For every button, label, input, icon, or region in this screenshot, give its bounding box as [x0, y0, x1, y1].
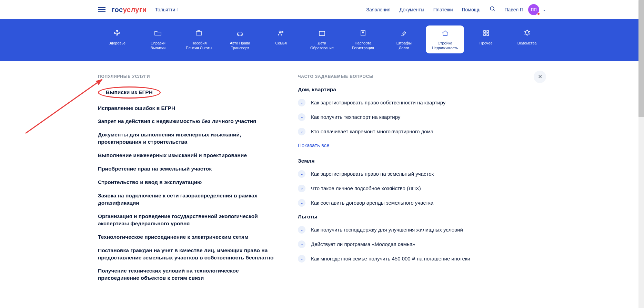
nav-label: Образование — [310, 45, 334, 50]
faq-question: Кто оплачивает капремонт многоквартирног… — [311, 129, 433, 134]
nav-category-gavel[interactable]: ШтрафыДолги — [385, 25, 423, 53]
faq-item[interactable]: ⌄Как получить господдержку для улучшения… — [298, 226, 484, 234]
nav-category-family[interactable]: Семья — [262, 25, 300, 53]
family-icon — [277, 29, 285, 37]
city-label[interactable]: Тольятти г — [155, 7, 179, 12]
nav-link-help[interactable]: Помощь — [462, 7, 480, 12]
chevron-down-icon: ⌄ — [543, 7, 546, 12]
chevron-down-icon: ⌄ — [298, 255, 305, 263]
nav-label: Штрафы — [396, 41, 412, 45]
chevron-down-icon: ⌄ — [298, 199, 305, 207]
logo[interactable]: госуслуги — [112, 6, 147, 14]
wallet-icon — [195, 29, 203, 37]
header: госуслуги Тольятти г Заявления Документы… — [98, 0, 546, 19]
nav-label: Справки — [151, 41, 165, 45]
service-link[interactable]: Получение технических условий на техноло… — [98, 267, 277, 282]
nav-label: Паспорта — [355, 41, 372, 45]
scrollbar[interactable] — [638, 0, 644, 308]
faq-question: Как многодетной семье получить 450 000 ₽… — [311, 256, 470, 262]
service-link[interactable]: Выполнение инженерных изысканий и проект… — [98, 152, 277, 159]
nav-label: Авто Права — [230, 41, 250, 45]
user-menu[interactable]: Павел П. ПП ⌄ — [505, 4, 546, 15]
user-name: Павел П. — [505, 7, 525, 12]
nav-label: Пенсия Льготы — [186, 45, 212, 50]
nav-label: Семья — [275, 41, 286, 45]
folder-icon — [154, 29, 162, 37]
service-link[interactable]: Приобретение прав на земельный участок — [98, 165, 277, 173]
passport-icon — [359, 29, 367, 37]
service-link[interactable]: Выписки из ЕГРН — [98, 86, 277, 99]
service-link[interactable]: Постановка граждан на учет в качестве ли… — [98, 247, 277, 261]
nav-label: Выписки — [150, 45, 165, 50]
nav-category-education[interactable]: ДетиОбразование — [303, 25, 341, 53]
svg-rect-9 — [487, 31, 489, 32]
nav-link-documents[interactable]: Документы — [400, 7, 424, 12]
faq-column: ЧАСТО ЗАДАВАЕМЫЕ ВОПРОСЫ Дом, квартира⌄К… — [298, 74, 484, 288]
svg-point-7 — [362, 32, 364, 33]
faq-item[interactable]: ⌄Как зарегистрировать право на земельный… — [298, 170, 484, 178]
faq-item[interactable]: ⌄Действует ли программа «Молодая семья» — [298, 240, 484, 248]
avatar-initials: ПП — [531, 7, 536, 12]
popular-services: ПОПУЛЯРНЫЕ УСЛУГИ Выписки из ЕГРНИсправл… — [98, 74, 277, 288]
content: ПОПУЛЯРНЫЕ УСЛУГИ Выписки из ЕГРНИсправл… — [98, 61, 546, 308]
chevron-down-icon: ⌄ — [298, 240, 305, 248]
menu-icon[interactable] — [98, 6, 105, 13]
show-all-link[interactable]: Показать все — [298, 142, 330, 148]
faq-title: ЧАСТО ЗАДАВАЕМЫЕ ВОПРОСЫ — [298, 74, 484, 79]
other-icon — [482, 29, 490, 37]
faq-item[interactable]: ⌄Кто оплачивает капремонт многоквартирно… — [298, 128, 484, 135]
faq-question: Как получить техпаспорт на квартиру — [311, 114, 400, 120]
service-link[interactable]: Строительство и ввод в эксплуатацию — [98, 179, 277, 186]
faq-group-title: Земля — [298, 158, 484, 164]
nav-label: Ведомства — [517, 41, 537, 45]
nav-link-payments[interactable]: Платежи — [433, 7, 453, 12]
close-button[interactable]: ✕ — [534, 71, 546, 83]
nav-category-house[interactable]: СтройкаНедвижимость — [426, 25, 464, 53]
faq-question: Как составить договор аренды земельного … — [311, 200, 433, 206]
svg-point-4 — [279, 31, 281, 33]
faq-item[interactable]: ⌄Как зарегистрировать право собственност… — [298, 99, 484, 106]
nav-category-emblem[interactable]: Ведомства — [508, 25, 546, 53]
nav-label: Долги — [399, 45, 409, 50]
service-link[interactable]: Организация и проведение государственной… — [98, 213, 277, 227]
service-link[interactable]: Запрет на действия с недвижимостью без л… — [98, 118, 277, 125]
search-icon[interactable] — [490, 6, 496, 13]
nav-label: Дети — [318, 41, 326, 45]
svg-point-0 — [490, 7, 494, 10]
health-icon — [113, 29, 121, 37]
faq-question: Что такое личное подсобное хозяйство (ЛП… — [311, 185, 421, 191]
chevron-down-icon: ⌄ — [298, 128, 305, 135]
education-icon — [318, 29, 326, 37]
nav-category-other[interactable]: Прочее — [467, 25, 505, 53]
chevron-down-icon: ⌄ — [298, 226, 305, 234]
nav-category-folder[interactable]: СправкиВыписки — [139, 25, 177, 53]
faq-item[interactable]: ⌄Как получить техпаспорт на квартиру — [298, 113, 484, 121]
faq-group-title: Дом, квартира — [298, 86, 484, 93]
chevron-down-icon: ⌄ — [298, 170, 305, 178]
svg-rect-10 — [484, 34, 485, 35]
chevron-down-icon: ⌄ — [298, 99, 305, 106]
faq-question: Действует ли программа «Молодая семья» — [311, 241, 415, 247]
service-link[interactable]: Заявка на подключение к сети газораспред… — [98, 192, 277, 207]
nav-category-wallet[interactable]: ПособияПенсия Льготы — [180, 25, 218, 53]
faq-question: Как получить господдержку для улучшения … — [311, 227, 463, 233]
faq-item[interactable]: ⌄Как многодетной семье получить 450 000 … — [298, 255, 484, 263]
scrollbar-thumb[interactable] — [638, 0, 644, 117]
faq-group-title: Льготы — [298, 214, 484, 220]
nav-link-applications[interactable]: Заявления — [366, 7, 390, 12]
notification-dot — [537, 12, 540, 15]
nav-label: Стройка — [437, 41, 452, 45]
emblem-icon — [523, 29, 531, 37]
faq-item[interactable]: ⌄Что такое личное подсобное хозяйство (Л… — [298, 185, 484, 192]
service-link[interactable]: Документы для выполнения инженерных изыс… — [98, 131, 277, 146]
service-link[interactable]: Исправление ошибок в ЕГРН — [98, 105, 277, 112]
popular-services-title: ПОПУЛЯРНЫЕ УСЛУГИ — [98, 74, 277, 79]
car-icon — [236, 29, 244, 37]
nav-category-car[interactable]: Авто ПраваТранспорт — [221, 25, 259, 53]
nav-category-passport[interactable]: ПаспортаРегистрация — [344, 25, 382, 53]
chevron-down-icon: ⌄ — [298, 113, 305, 121]
nav-label: Здоровье — [109, 41, 125, 45]
faq-item[interactable]: ⌄Как составить договор аренды земельного… — [298, 199, 484, 207]
service-link[interactable]: Технологическое присоединение к электрич… — [98, 234, 277, 241]
nav-category-health[interactable]: Здоровье — [98, 25, 136, 53]
